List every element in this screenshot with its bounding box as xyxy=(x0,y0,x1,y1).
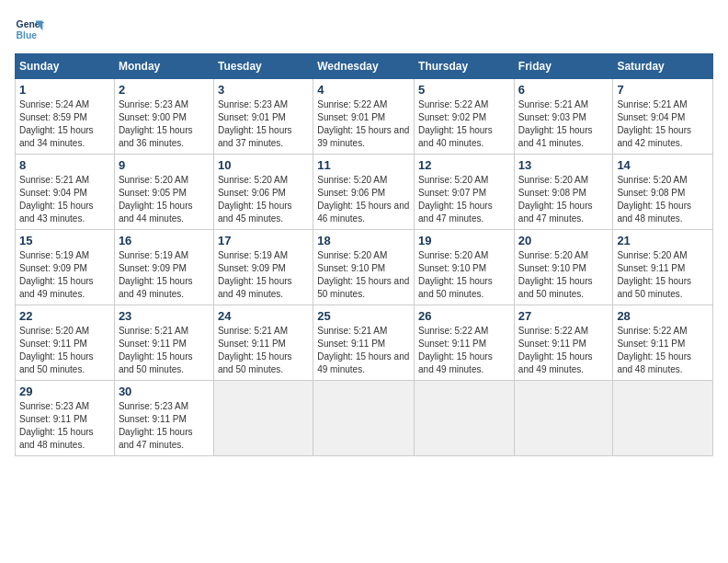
cell-content: Sunrise: 5:19 AMSunset: 9:09 PMDaylight:… xyxy=(119,249,210,301)
calendar-cell: 21Sunrise: 5:20 AMSunset: 9:11 PMDayligh… xyxy=(613,230,713,305)
day-number: 18 xyxy=(317,234,410,247)
svg-text:Blue: Blue xyxy=(17,30,38,40)
day-number: 24 xyxy=(218,309,309,323)
day-number: 20 xyxy=(518,234,609,247)
day-number: 15 xyxy=(19,234,110,247)
day-number: 9 xyxy=(119,158,210,172)
calendar-cell: 24Sunrise: 5:21 AMSunset: 9:11 PMDayligh… xyxy=(213,305,313,381)
cell-content: Sunrise: 5:20 AMSunset: 9:05 PMDaylight:… xyxy=(119,174,210,225)
calendar-cell: 27Sunrise: 5:22 AMSunset: 9:11 PMDayligh… xyxy=(514,305,613,381)
calendar-cell xyxy=(514,381,613,456)
calendar-cell: 18Sunrise: 5:20 AMSunset: 9:10 PMDayligh… xyxy=(313,230,415,305)
week-row-2: 15Sunrise: 5:19 AMSunset: 9:09 PMDayligh… xyxy=(16,230,713,305)
day-number: 16 xyxy=(119,234,210,247)
calendar-cell xyxy=(415,381,515,456)
header-friday: Friday xyxy=(514,54,613,79)
calendar-cell: 14Sunrise: 5:20 AMSunset: 9:08 PMDayligh… xyxy=(613,155,713,230)
cell-content: Sunrise: 5:21 AMSunset: 9:11 PMDaylight:… xyxy=(317,325,410,376)
cell-content: Sunrise: 5:20 AMSunset: 9:06 PMDaylight:… xyxy=(218,174,309,225)
cell-content: Sunrise: 5:20 AMSunset: 9:08 PMDaylight:… xyxy=(617,174,709,225)
day-number: 6 xyxy=(518,83,609,97)
day-number: 30 xyxy=(119,385,210,398)
header-saturday: Saturday xyxy=(613,54,713,79)
cell-content: Sunrise: 5:24 AMSunset: 8:59 PMDaylight:… xyxy=(19,98,110,150)
cell-content: Sunrise: 5:20 AMSunset: 9:10 PMDaylight:… xyxy=(418,249,510,301)
cell-content: Sunrise: 5:21 AMSunset: 9:11 PMDaylight:… xyxy=(119,325,210,376)
day-number: 19 xyxy=(418,234,510,247)
calendar-cell: 20Sunrise: 5:20 AMSunset: 9:10 PMDayligh… xyxy=(514,230,613,305)
cell-content: Sunrise: 5:23 AMSunset: 9:11 PMDaylight:… xyxy=(119,400,210,452)
calendar-cell: 25Sunrise: 5:21 AMSunset: 9:11 PMDayligh… xyxy=(313,305,415,381)
cell-content: Sunrise: 5:19 AMSunset: 9:09 PMDaylight:… xyxy=(218,249,309,301)
calendar-cell xyxy=(213,381,313,456)
header-sunday: Sunday xyxy=(16,54,115,79)
header-wednesday: Wednesday xyxy=(313,54,415,79)
cell-content: Sunrise: 5:19 AMSunset: 9:09 PMDaylight:… xyxy=(19,249,110,301)
week-row-4: 29Sunrise: 5:23 AMSunset: 9:11 PMDayligh… xyxy=(16,381,713,456)
day-number: 11 xyxy=(317,158,410,172)
day-number: 21 xyxy=(617,234,709,247)
calendar-cell: 4Sunrise: 5:22 AMSunset: 9:01 PMDaylight… xyxy=(313,79,415,155)
calendar-cell: 5Sunrise: 5:22 AMSunset: 9:02 PMDaylight… xyxy=(415,79,515,155)
calendar-cell xyxy=(613,381,713,456)
calendar-cell: 22Sunrise: 5:20 AMSunset: 9:11 PMDayligh… xyxy=(16,305,115,381)
cell-content: Sunrise: 5:20 AMSunset: 9:10 PMDaylight:… xyxy=(317,249,410,301)
logo-icon: General Blue xyxy=(15,15,44,44)
cell-content: Sunrise: 5:20 AMSunset: 9:11 PMDaylight:… xyxy=(617,249,709,301)
calendar-cell: 13Sunrise: 5:20 AMSunset: 9:08 PMDayligh… xyxy=(514,155,613,230)
day-number: 1 xyxy=(19,83,110,97)
calendar-cell: 1Sunrise: 5:24 AMSunset: 8:59 PMDaylight… xyxy=(16,79,115,155)
header-tuesday: Tuesday xyxy=(213,54,313,79)
day-number: 27 xyxy=(518,309,609,323)
day-number: 4 xyxy=(317,83,410,97)
cell-content: Sunrise: 5:21 AMSunset: 9:04 PMDaylight:… xyxy=(19,174,110,225)
day-number: 26 xyxy=(418,309,510,323)
cell-content: Sunrise: 5:23 AMSunset: 9:01 PMDaylight:… xyxy=(218,98,309,150)
header: General Blue xyxy=(15,15,713,44)
cell-content: Sunrise: 5:21 AMSunset: 9:03 PMDaylight:… xyxy=(518,98,609,150)
calendar-cell: 8Sunrise: 5:21 AMSunset: 9:04 PMDaylight… xyxy=(16,155,115,230)
header-thursday: Thursday xyxy=(415,54,515,79)
calendar-cell: 28Sunrise: 5:22 AMSunset: 9:11 PMDayligh… xyxy=(613,305,713,381)
calendar-cell: 29Sunrise: 5:23 AMSunset: 9:11 PMDayligh… xyxy=(16,381,115,456)
day-number: 29 xyxy=(19,385,110,398)
calendar-cell xyxy=(313,381,415,456)
cell-content: Sunrise: 5:22 AMSunset: 9:11 PMDaylight:… xyxy=(518,325,609,376)
day-number: 14 xyxy=(617,158,709,172)
header-monday: Monday xyxy=(114,54,213,79)
day-number: 17 xyxy=(218,234,309,247)
day-number: 8 xyxy=(19,158,110,172)
cell-content: Sunrise: 5:20 AMSunset: 9:10 PMDaylight:… xyxy=(518,249,609,301)
calendar-cell: 2Sunrise: 5:23 AMSunset: 9:00 PMDaylight… xyxy=(114,79,213,155)
calendar-cell: 11Sunrise: 5:20 AMSunset: 9:06 PMDayligh… xyxy=(313,155,415,230)
cell-content: Sunrise: 5:23 AMSunset: 9:00 PMDaylight:… xyxy=(119,98,210,150)
cell-content: Sunrise: 5:23 AMSunset: 9:11 PMDaylight:… xyxy=(19,400,110,452)
week-row-0: 1Sunrise: 5:24 AMSunset: 8:59 PMDaylight… xyxy=(16,79,713,155)
day-number: 3 xyxy=(218,83,309,97)
cell-content: Sunrise: 5:22 AMSunset: 9:01 PMDaylight:… xyxy=(317,98,410,150)
day-number: 7 xyxy=(617,83,709,97)
day-number: 10 xyxy=(218,158,309,172)
week-row-1: 8Sunrise: 5:21 AMSunset: 9:04 PMDaylight… xyxy=(16,155,713,230)
day-number: 23 xyxy=(119,309,210,323)
calendar-cell: 19Sunrise: 5:20 AMSunset: 9:10 PMDayligh… xyxy=(415,230,515,305)
cell-content: Sunrise: 5:21 AMSunset: 9:04 PMDaylight:… xyxy=(617,98,709,150)
calendar-cell: 16Sunrise: 5:19 AMSunset: 9:09 PMDayligh… xyxy=(114,230,213,305)
day-number: 5 xyxy=(418,83,510,97)
logo: General Blue xyxy=(15,15,44,44)
day-number: 28 xyxy=(617,309,709,323)
cell-content: Sunrise: 5:22 AMSunset: 9:02 PMDaylight:… xyxy=(418,98,510,150)
calendar-cell: 23Sunrise: 5:21 AMSunset: 9:11 PMDayligh… xyxy=(114,305,213,381)
week-row-3: 22Sunrise: 5:20 AMSunset: 9:11 PMDayligh… xyxy=(16,305,713,381)
cell-content: Sunrise: 5:22 AMSunset: 9:11 PMDaylight:… xyxy=(418,325,510,376)
calendar-table: SundayMondayTuesdayWednesdayThursdayFrid… xyxy=(15,53,713,456)
cell-content: Sunrise: 5:20 AMSunset: 9:07 PMDaylight:… xyxy=(418,174,510,225)
day-number: 25 xyxy=(317,309,410,323)
day-number: 22 xyxy=(19,309,110,323)
calendar-cell: 3Sunrise: 5:23 AMSunset: 9:01 PMDaylight… xyxy=(213,79,313,155)
calendar-cell: 10Sunrise: 5:20 AMSunset: 9:06 PMDayligh… xyxy=(213,155,313,230)
cell-content: Sunrise: 5:21 AMSunset: 9:11 PMDaylight:… xyxy=(218,325,309,376)
day-number: 2 xyxy=(119,83,210,97)
day-number: 12 xyxy=(418,158,510,172)
calendar-cell: 6Sunrise: 5:21 AMSunset: 9:03 PMDaylight… xyxy=(514,79,613,155)
